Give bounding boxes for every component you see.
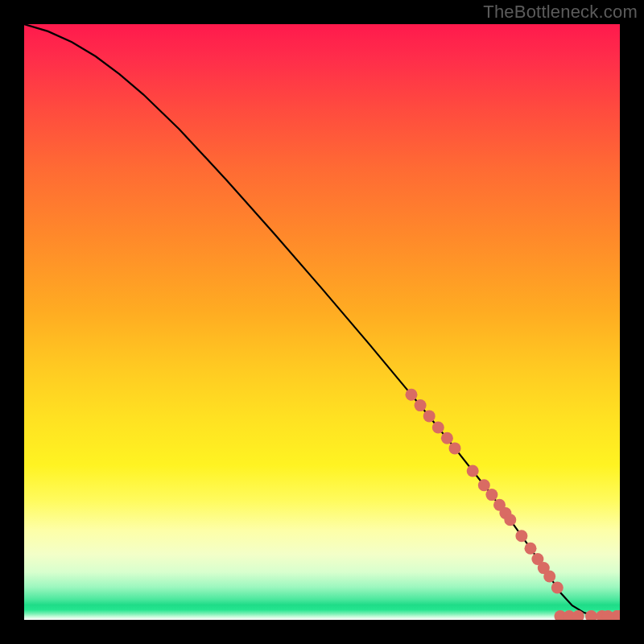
- highlight-dot: [406, 389, 418, 401]
- curve-layer: [24, 24, 620, 620]
- plot-area: [24, 24, 620, 620]
- highlight-dot: [504, 514, 516, 526]
- highlight-dot: [449, 442, 461, 454]
- highlight-dot: [543, 571, 555, 583]
- bottleneck-curve: [24, 24, 620, 617]
- chart-frame: TheBottleneck.com: [0, 0, 644, 644]
- highlight-dot: [432, 422, 444, 434]
- highlight-dot: [551, 582, 564, 594]
- highlight-dot: [478, 479, 490, 491]
- highlight-dot: [467, 465, 479, 477]
- highlight-dot: [525, 543, 537, 555]
- highlight-dot: [415, 399, 427, 411]
- highlight-dot: [515, 530, 527, 542]
- highlight-dot: [423, 410, 436, 422]
- highlight-dot: [441, 432, 453, 444]
- highlight-dot: [585, 610, 597, 620]
- highlight-dots: [406, 389, 621, 620]
- highlight-dot: [485, 489, 497, 501]
- watermark-label: TheBottleneck.com: [483, 2, 638, 23]
